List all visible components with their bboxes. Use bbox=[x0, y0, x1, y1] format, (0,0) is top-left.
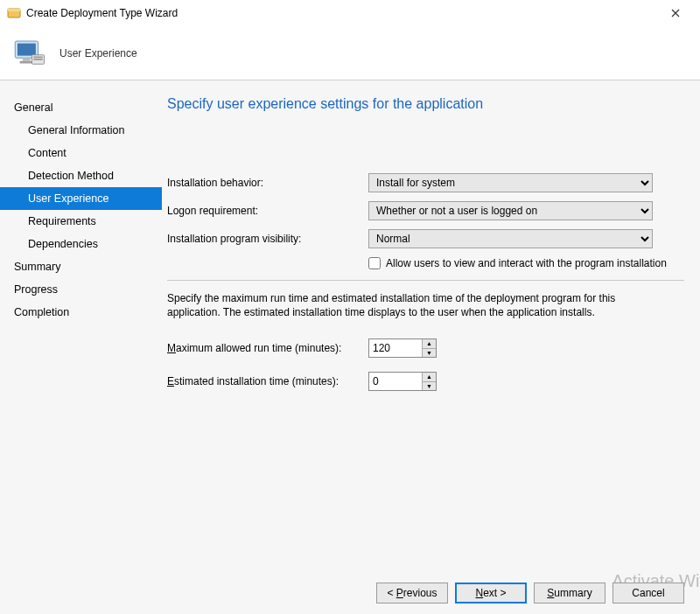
est-install-up[interactable]: ▲ bbox=[423, 373, 436, 382]
time-description: Specify the maximum run time and estimat… bbox=[167, 291, 657, 319]
summary-button[interactable]: Summary bbox=[534, 583, 606, 604]
window-title: Create Deployment Type Wizard bbox=[26, 7, 658, 19]
previous-button[interactable]: < Previous bbox=[376, 583, 448, 604]
wizard-buttons: < Previous Next > Summary Cancel bbox=[376, 583, 684, 604]
titlebar: Create Deployment Type Wizard bbox=[0, 0, 700, 26]
page-heading: Specify user experience settings for the… bbox=[167, 96, 684, 112]
visibility-label: Installation program visibility: bbox=[167, 233, 368, 245]
svg-rect-1 bbox=[8, 9, 20, 11]
svg-rect-7 bbox=[33, 56, 43, 58]
nav-general-information[interactable]: General Information bbox=[0, 119, 162, 142]
logon-requirement-select[interactable]: Whether or not a user is logged on bbox=[368, 201, 653, 220]
content-area: General General Information Content Dete… bbox=[0, 80, 700, 614]
next-button[interactable]: Next > bbox=[455, 583, 527, 604]
header-section-title: User Experience bbox=[60, 47, 137, 59]
app-icon bbox=[7, 6, 21, 20]
est-install-input[interactable] bbox=[369, 373, 422, 390]
install-behavior-select[interactable]: Install for system bbox=[368, 173, 653, 192]
nav-completion[interactable]: Completion bbox=[0, 301, 162, 324]
max-runtime-spinner: ▲ ▼ bbox=[368, 338, 437, 358]
allow-interact-checkbox[interactable] bbox=[368, 257, 381, 269]
svg-rect-3 bbox=[18, 43, 36, 55]
allow-interact-label: Allow users to view and interact with th… bbox=[386, 257, 667, 269]
svg-rect-8 bbox=[33, 59, 43, 60]
cancel-button[interactable]: Cancel bbox=[612, 583, 684, 604]
svg-rect-5 bbox=[20, 60, 34, 63]
nav-requirements[interactable]: Requirements bbox=[0, 210, 162, 233]
install-behavior-label: Installation behavior: bbox=[167, 177, 368, 189]
est-install-down[interactable]: ▼ bbox=[423, 382, 436, 391]
nav-detection-method[interactable]: Detection Method bbox=[0, 164, 162, 187]
visibility-select[interactable]: Normal bbox=[368, 229, 653, 248]
max-runtime-input[interactable] bbox=[369, 339, 422, 357]
nav-user-experience[interactable]: User Experience bbox=[0, 187, 162, 210]
wizard-page: Specify user experience settings for the… bbox=[162, 80, 700, 614]
svg-rect-4 bbox=[23, 58, 31, 61]
wizard-header: User Experience bbox=[0, 26, 700, 80]
nav-summary[interactable]: Summary bbox=[0, 255, 162, 278]
max-runtime-up[interactable]: ▲ bbox=[423, 339, 436, 349]
est-install-spinner: ▲ ▼ bbox=[368, 372, 437, 391]
est-install-label: Estimated installation time (minutes): bbox=[167, 375, 368, 387]
nav-progress[interactable]: Progress bbox=[0, 278, 162, 301]
nav-general[interactable]: General bbox=[0, 96, 162, 119]
max-runtime-down[interactable]: ▼ bbox=[423, 349, 436, 358]
close-icon[interactable] bbox=[658, 0, 693, 26]
nav-content[interactable]: Content bbox=[0, 142, 162, 164]
monitor-icon bbox=[10, 35, 47, 72]
max-runtime-label: Maximum allowed run time (minutes): bbox=[167, 342, 368, 354]
nav-dependencies[interactable]: Dependencies bbox=[0, 233, 162, 255]
wizard-nav: General General Information Content Dete… bbox=[0, 80, 162, 614]
logon-requirement-label: Logon requirement: bbox=[167, 205, 368, 217]
divider bbox=[167, 280, 684, 281]
